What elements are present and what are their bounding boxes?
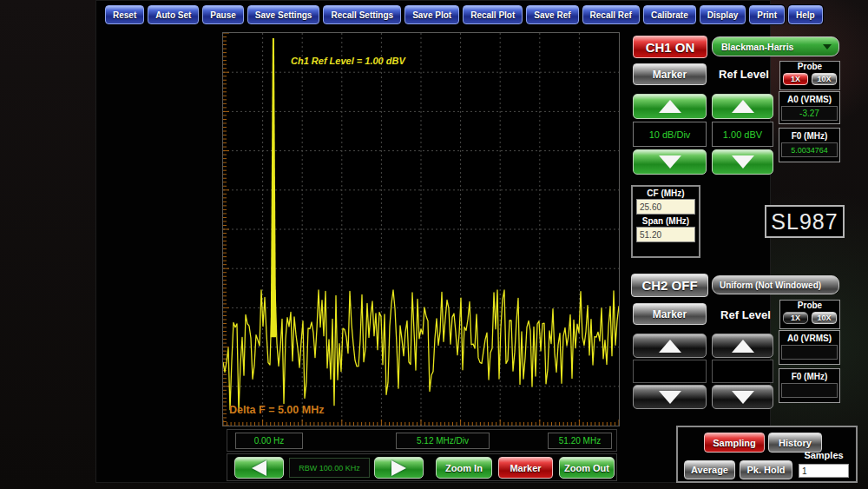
ch1-probe-label: Probe xyxy=(780,62,839,72)
ch1-f0-value: 5.0034764 xyxy=(781,142,838,157)
spectrum-plot: Ch1 Ref Level = 1.00 dBV Delta F = 5.00 … xyxy=(222,32,620,426)
ch1-ref-level-label: Ref Level xyxy=(709,68,779,81)
recall-plot-button[interactable]: Recall Plot xyxy=(463,5,523,24)
ch2-scale-up-button[interactable] xyxy=(633,334,707,358)
up-arrow-icon xyxy=(659,340,681,353)
per-division-readout: 5.12 MHz/Div xyxy=(396,433,490,449)
ch2-probe-1x-button[interactable]: 1X xyxy=(783,312,808,324)
ch2-scale-down-button[interactable] xyxy=(633,385,707,409)
ch2-f0-label: F0 (MHz) xyxy=(781,371,838,382)
ch2-probe-label: Probe xyxy=(780,301,839,311)
zoom-in-button[interactable]: Zoom In xyxy=(436,457,492,479)
ch2-a0-value xyxy=(781,345,838,360)
app-window: Reset Auto Set Pause Save Settings Recal… xyxy=(95,0,771,483)
ch2-ref-up-button[interactable] xyxy=(712,334,773,358)
left-arrow-icon xyxy=(252,460,266,476)
ch2-f0-value xyxy=(781,383,838,398)
ch2-f0-panel: F0 (MHz) xyxy=(779,368,840,403)
samples-input[interactable] xyxy=(799,464,849,478)
ch2-a0-panel: A0 (VRMS) xyxy=(779,330,840,365)
display-button[interactable]: Display xyxy=(700,5,746,24)
recall-settings-button[interactable]: Recall Settings xyxy=(323,5,401,24)
toolbar: Reset Auto Set Pause Save Settings Recal… xyxy=(105,3,763,26)
chevron-down-icon xyxy=(823,44,832,50)
pan-right-button[interactable] xyxy=(374,457,424,479)
ch1-scale-up-button[interactable] xyxy=(633,94,707,119)
ch1-a0-value: -3.27 xyxy=(781,106,838,121)
pk-hold-button[interactable]: Pk. Hold xyxy=(740,460,792,479)
down-arrow-icon xyxy=(659,155,681,169)
cf-input[interactable] xyxy=(636,199,695,215)
up-arrow-icon xyxy=(732,340,754,353)
stop-frequency-readout: 51.20 MHz xyxy=(548,433,612,449)
right-arrow-icon xyxy=(391,460,406,476)
plot-controls-row: RBW 100.00 KHz Zoom In Marker Zoom Out xyxy=(227,453,617,481)
ch2-power-button[interactable]: CH2 OFF xyxy=(631,274,708,297)
ch1-f0-label: F0 (MHz) xyxy=(781,130,838,142)
ch1-probe-10x-button[interactable]: 10X xyxy=(812,73,837,85)
ch2-window-dropdown[interactable]: Uniform (Not Windowed) xyxy=(712,275,839,294)
span-input[interactable] xyxy=(636,227,695,242)
center-frequency-panel: CF (MHz) Span (MHz) xyxy=(631,185,700,258)
delta-f-annotation: Delta F = 5.00 MHz xyxy=(229,404,324,416)
ch1-scale-readout: 10 dB/Div xyxy=(633,122,707,147)
spectrum-canvas xyxy=(223,33,619,426)
ch2-marker-button[interactable]: Marker xyxy=(633,303,707,325)
ch1-marker-button[interactable]: Marker xyxy=(633,63,707,85)
ch1-window-dropdown[interactable]: Blackman-Harris xyxy=(712,36,839,56)
acquisition-panel: Sampling History Average Pk. Hold Sample… xyxy=(676,426,858,483)
save-settings-button[interactable]: Save Settings xyxy=(247,5,320,24)
ch1-probe-panel: Probe 1X 10X xyxy=(779,61,840,90)
model-badge: SL987 xyxy=(765,205,845,238)
ch2-window-value: Uniform (Not Windowed) xyxy=(720,281,821,290)
save-plot-button[interactable]: Save Plot xyxy=(404,5,459,24)
print-button[interactable]: Print xyxy=(749,5,785,24)
ch1-power-button[interactable]: CH1 ON xyxy=(633,36,707,58)
ch1-a0-panel: A0 (VRMS) -3.27 xyxy=(779,91,840,124)
ch2-scale-readout xyxy=(633,360,707,383)
auto-set-button[interactable]: Auto Set xyxy=(148,5,199,24)
frequency-readout-row: 0.00 Hz 5.12 MHz/Div 51.20 MHz xyxy=(227,429,617,452)
down-arrow-icon xyxy=(732,391,754,404)
ch2-ref-down-button[interactable] xyxy=(712,385,773,409)
sampling-button[interactable]: Sampling xyxy=(704,433,765,453)
down-arrow-icon xyxy=(659,391,681,404)
ch2-ref-level-readout xyxy=(712,360,773,383)
ch1-ref-level-readout: 1.00 dBV xyxy=(712,122,773,147)
ch1-ref-up-button[interactable] xyxy=(712,94,773,119)
ch2-a0-label: A0 (VRMS) xyxy=(781,333,838,344)
start-frequency-readout: 0.00 Hz xyxy=(235,433,303,449)
save-ref-button[interactable]: Save Ref xyxy=(526,5,578,24)
up-arrow-icon xyxy=(732,100,754,113)
down-arrow-icon xyxy=(732,155,754,169)
pause-button[interactable]: Pause xyxy=(202,5,243,24)
ch1-a0-label: A0 (VRMS) xyxy=(781,94,838,105)
reset-button[interactable]: Reset xyxy=(105,5,144,24)
cf-label: CF (MHz) xyxy=(633,188,699,198)
ref-level-annotation: Ch1 Ref Level = 1.00 dBV xyxy=(291,56,405,66)
ch1-ref-down-button[interactable] xyxy=(712,149,773,175)
ch2-probe-10x-button[interactable]: 10X xyxy=(812,312,837,324)
span-label: Span (MHz) xyxy=(633,216,699,226)
help-button[interactable]: Help xyxy=(788,5,823,24)
plot-marker-button[interactable]: Marker xyxy=(498,457,553,479)
zoom-out-button[interactable]: Zoom Out xyxy=(559,457,615,479)
ch2-ref-level-label: Ref Level xyxy=(711,308,780,321)
average-button[interactable]: Average xyxy=(684,460,735,479)
calibrate-button[interactable]: Calibrate xyxy=(643,5,696,24)
desktop-background: Reset Auto Set Pause Save Settings Recal… xyxy=(0,0,868,489)
ch1-probe-1x-button[interactable]: 1X xyxy=(783,73,808,85)
recall-ref-button[interactable]: Recall Ref xyxy=(582,5,640,24)
ch1-f0-panel: F0 (MHz) 5.0034764 xyxy=(779,128,840,162)
up-arrow-icon xyxy=(659,100,681,113)
pan-left-button[interactable] xyxy=(234,457,284,479)
ch2-probe-panel: Probe 1X 10X xyxy=(779,300,840,329)
ch1-window-value: Blackman-Harris xyxy=(721,42,793,52)
samples-label: Samples xyxy=(796,450,852,460)
rbw-readout: RBW 100.00 KHz xyxy=(289,458,370,478)
ch1-scale-down-button[interactable] xyxy=(633,149,707,175)
